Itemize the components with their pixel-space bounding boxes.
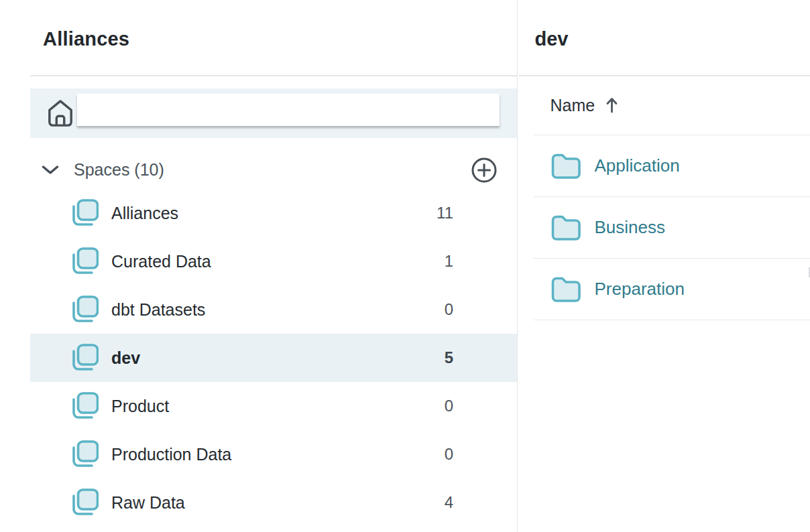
dataset-count: 0 (413, 397, 453, 415)
sidebar-item-dbt-datasets[interactable]: dbt Datasets 0 (30, 285, 517, 334)
spaces-sidebar: Alliances Spaces (10) (0, 0, 518, 532)
sidebar-title: Alliances (43, 28, 129, 50)
sidebar-item-alliances[interactable]: Alliances 11 (30, 189, 517, 237)
sidebar-item-product[interactable]: Product 0 (30, 382, 517, 430)
plus-circle-icon (471, 157, 498, 184)
space-icon (69, 294, 99, 325)
folder-link[interactable]: Application (595, 155, 680, 176)
page-title: dev (535, 28, 569, 50)
contents-table: Application Business Preparation (534, 135, 810, 320)
folder-icon (551, 276, 581, 303)
space-contents-panel: dev Name Application (519, 0, 810, 532)
home-icon (47, 98, 74, 129)
folder-icon (551, 214, 581, 241)
space-icon (69, 439, 99, 470)
column-header-name[interactable]: Name (519, 76, 810, 135)
dataset-count: 0 (413, 445, 453, 464)
sidebar-item-production-data[interactable]: Production Data 0 (30, 430, 517, 478)
folder-link[interactable]: Business (595, 217, 666, 238)
space-icon (69, 342, 99, 373)
arrow-up-icon (606, 96, 618, 114)
sidebar-title-divider (30, 75, 517, 76)
chevron-down-icon[interactable] (42, 165, 59, 175)
table-row-application[interactable]: Application (534, 135, 810, 197)
table-row-business[interactable]: Business (534, 197, 810, 259)
space-icon (69, 246, 99, 277)
spaces-section-label[interactable]: Spaces (10) (74, 160, 164, 180)
sidebar-item-raw-data[interactable]: Raw Data 4 (30, 478, 517, 527)
app-window: Alliances Spaces (10) (0, 0, 810, 532)
redaction-overlay (77, 94, 500, 126)
folder-icon (551, 153, 581, 180)
dataset-count: 4 (413, 493, 453, 512)
space-icon (69, 487, 99, 518)
home-row[interactable] (30, 88, 517, 138)
spaces-list: Alliances 11 Curated Data 1 (30, 189, 517, 527)
table-row-preparation[interactable]: Preparation (534, 259, 810, 320)
dataset-count: 0 (413, 300, 453, 319)
sidebar-item-dev[interactable]: dev 5 (30, 334, 517, 382)
spaces-section-header: Spaces (10) (30, 151, 517, 189)
add-space-button[interactable] (471, 157, 498, 184)
dataset-count: 11 (413, 204, 453, 222)
sidebar-item-curated-data[interactable]: Curated Data 1 (30, 237, 517, 285)
dataset-count: 5 (413, 348, 453, 367)
folder-link[interactable]: Preparation (595, 279, 685, 300)
space-icon (69, 198, 99, 228)
space-icon (69, 391, 99, 421)
dataset-count: 1 (413, 252, 453, 271)
